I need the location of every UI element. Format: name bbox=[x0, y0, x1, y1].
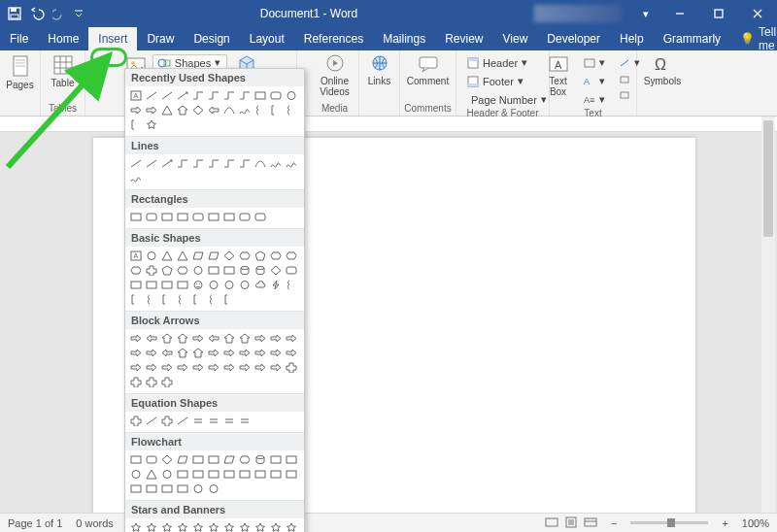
shape-item[interactable] bbox=[238, 157, 252, 170]
shape-item[interactable] bbox=[285, 279, 298, 291]
shape-item[interactable] bbox=[160, 293, 174, 306]
shape-item[interactable] bbox=[129, 172, 143, 184]
shape-item[interactable] bbox=[207, 332, 220, 345]
shape-item[interactable] bbox=[222, 415, 236, 427]
shape-item[interactable] bbox=[160, 521, 174, 532]
shape-item[interactable] bbox=[207, 249, 220, 262]
shape-item[interactable] bbox=[222, 468, 236, 481]
shape-item[interactable] bbox=[253, 249, 267, 262]
shape-item[interactable] bbox=[238, 264, 252, 277]
shape-item[interactable] bbox=[145, 279, 158, 291]
shape-item[interactable] bbox=[160, 279, 174, 291]
shape-item[interactable] bbox=[129, 361, 143, 374]
ribbon-options-icon[interactable]: ▾ bbox=[631, 8, 660, 20]
shape-item[interactable] bbox=[238, 89, 252, 102]
shape-item[interactable] bbox=[191, 347, 205, 359]
shape-item[interactable] bbox=[129, 332, 143, 345]
shape-item[interactable] bbox=[207, 415, 220, 427]
shape-item[interactable] bbox=[207, 89, 220, 102]
pages-button[interactable]: Pages bbox=[2, 52, 39, 90]
zoom-out-button[interactable]: − bbox=[611, 517, 617, 529]
shape-item[interactable] bbox=[238, 361, 252, 374]
tab-view[interactable]: View bbox=[493, 27, 538, 50]
shape-item[interactable] bbox=[238, 415, 252, 427]
shape-item[interactable] bbox=[145, 89, 158, 102]
zoom-slider[interactable] bbox=[630, 521, 708, 524]
shape-item[interactable] bbox=[222, 521, 236, 532]
tab-layout[interactable]: Layout bbox=[240, 27, 294, 50]
shape-item[interactable] bbox=[238, 104, 252, 116]
shape-item[interactable] bbox=[238, 468, 252, 481]
status-words[interactable]: 0 words bbox=[76, 517, 114, 529]
online-videos-button[interactable]: Online Videos bbox=[317, 52, 354, 97]
shape-item[interactable] bbox=[207, 521, 220, 532]
shape-item[interactable] bbox=[269, 89, 283, 102]
shape-item[interactable] bbox=[269, 332, 283, 345]
close-button[interactable] bbox=[738, 0, 777, 27]
shape-item[interactable] bbox=[238, 521, 252, 532]
zoom-knob[interactable] bbox=[667, 518, 675, 527]
shape-item[interactable] bbox=[176, 347, 189, 359]
shape-item[interactable] bbox=[176, 332, 189, 345]
tab-draw[interactable]: Draw bbox=[137, 27, 184, 50]
shape-item[interactable]: A bbox=[129, 249, 143, 262]
shape-item[interactable] bbox=[222, 332, 236, 345]
shape-item[interactable] bbox=[191, 521, 205, 532]
shape-item[interactable] bbox=[253, 279, 267, 291]
shape-item[interactable] bbox=[145, 293, 158, 306]
shape-item[interactable] bbox=[269, 279, 283, 291]
shape-item[interactable] bbox=[145, 521, 158, 532]
shape-item[interactable] bbox=[160, 157, 174, 170]
tab-grammarly[interactable]: Grammarly bbox=[654, 27, 730, 50]
maximize-button[interactable] bbox=[699, 0, 738, 27]
shape-item[interactable] bbox=[269, 468, 283, 481]
tab-help[interactable]: Help bbox=[610, 27, 654, 50]
shape-item[interactable] bbox=[253, 264, 267, 277]
text-extra-2[interactable]: A▾ bbox=[579, 73, 610, 89]
shape-item[interactable] bbox=[285, 264, 298, 277]
shape-item[interactable] bbox=[253, 157, 267, 170]
shape-item[interactable] bbox=[129, 347, 143, 359]
qat-dropdown-icon[interactable] bbox=[74, 9, 84, 18]
shape-item[interactable] bbox=[129, 468, 143, 481]
shape-item[interactable] bbox=[285, 157, 298, 170]
shape-item[interactable] bbox=[160, 415, 174, 427]
ruler[interactable] bbox=[0, 116, 777, 132]
shape-item[interactable] bbox=[129, 453, 143, 466]
shape-item[interactable] bbox=[191, 249, 205, 262]
shape-item[interactable] bbox=[207, 264, 220, 277]
tab-references[interactable]: References bbox=[294, 27, 373, 50]
view-print-icon[interactable] bbox=[564, 516, 578, 530]
shape-item[interactable] bbox=[285, 361, 298, 374]
shape-item[interactable] bbox=[253, 468, 267, 481]
shape-item[interactable] bbox=[238, 347, 252, 359]
shape-item[interactable] bbox=[269, 249, 283, 262]
redo-icon[interactable] bbox=[52, 7, 66, 20]
shape-item[interactable] bbox=[269, 264, 283, 277]
shape-item[interactable] bbox=[269, 521, 283, 532]
shape-item[interactable] bbox=[191, 482, 205, 495]
text-box-button[interactable]: A Text Box bbox=[542, 52, 575, 97]
shape-item[interactable] bbox=[222, 279, 236, 291]
shape-item[interactable] bbox=[129, 157, 143, 170]
shape-item[interactable] bbox=[222, 89, 236, 102]
shape-item[interactable] bbox=[191, 104, 205, 116]
shape-item[interactable] bbox=[176, 521, 189, 532]
shape-item[interactable] bbox=[269, 104, 283, 116]
shape-item[interactable] bbox=[176, 415, 189, 427]
shape-item[interactable] bbox=[238, 211, 252, 223]
account-area[interactable] bbox=[534, 5, 622, 22]
shape-item[interactable] bbox=[191, 332, 205, 345]
shape-item[interactable] bbox=[129, 211, 143, 223]
shape-item[interactable] bbox=[129, 376, 143, 388]
shape-item[interactable] bbox=[176, 249, 189, 262]
shape-item[interactable] bbox=[191, 157, 205, 170]
shape-item[interactable] bbox=[222, 347, 236, 359]
shape-item[interactable] bbox=[285, 521, 298, 532]
shape-item[interactable] bbox=[145, 468, 158, 481]
shape-item[interactable] bbox=[145, 482, 158, 495]
shape-item[interactable] bbox=[160, 453, 174, 466]
tab-review[interactable]: Review bbox=[435, 27, 492, 50]
shape-item[interactable] bbox=[269, 361, 283, 374]
tell-me-search[interactable]: 💡 Tell me bbox=[730, 27, 777, 50]
